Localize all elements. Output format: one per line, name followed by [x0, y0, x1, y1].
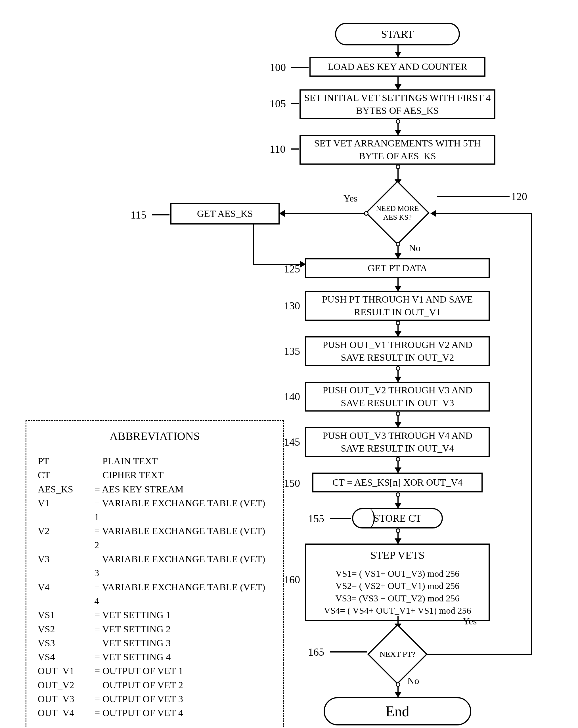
- abbr-value: = OUTPUT OF VET 4: [95, 706, 183, 720]
- step-135-text: PUSH OUT_V1 THROUGH V2 AND SAVE RESULT I…: [310, 339, 485, 364]
- step-125: GET PT DATA: [305, 258, 490, 278]
- ref-135: 135: [284, 345, 300, 357]
- ref-110: 110: [270, 143, 285, 155]
- arrow-140-145: [398, 416, 399, 427]
- ref-115: 115: [131, 209, 147, 221]
- abbr-key: V4: [38, 580, 94, 608]
- end-label: End: [385, 703, 409, 720]
- abbr-key: OUT_V2: [38, 678, 95, 692]
- ref-145: 145: [284, 436, 300, 448]
- step-130: PUSH PT THROUGH V1 AND SAVE RESULT IN OU…: [305, 291, 490, 321]
- abbr-list: PT= PLAIN TEXTCT= CIPHER TEXTAES_KS= AES…: [38, 454, 272, 720]
- step-160-title: STEP VETS: [312, 548, 483, 563]
- abbr-value: = PLAIN TEXT: [95, 454, 158, 468]
- abbr-value: = VET SETTING 2: [95, 622, 171, 636]
- arrow-100-105: [398, 77, 399, 89]
- step-110-text: SET VET ARRANGEMENTS WITH 5TH BYTE OF AE…: [304, 137, 491, 162]
- step-150: CT = AES_KS[n] XOR OUT_V4: [312, 473, 483, 492]
- step-125-text: GET PT DATA: [368, 262, 427, 275]
- abbr-key: V2: [38, 524, 94, 552]
- decision-120: NEED MORE AES KS?: [366, 181, 429, 245]
- abbr-key: V1: [38, 496, 94, 524]
- abbr-value: = VARIABLE EXCHANGE TABLE (VET) 3: [94, 552, 272, 580]
- abbr-value: = VET SETTING 3: [95, 636, 171, 650]
- label-no-120: No: [409, 243, 421, 254]
- step-145: PUSH OUT_V3 THROUGH V4 AND SAVE RESULT I…: [305, 427, 490, 457]
- ref-160: 160: [284, 573, 300, 586]
- abbr-value: = OUTPUT OF VET 2: [95, 678, 183, 692]
- refline-100: [291, 67, 308, 68]
- abbr-key: AES_KS: [38, 482, 95, 496]
- loop-165-h2: [431, 213, 532, 214]
- abbr-value: = OUTPUT OF VET 3: [95, 692, 183, 706]
- step-100: LOAD AES KEY AND COUNTER: [309, 57, 485, 77]
- abbr-row: OUT_V4= OUTPUT OF VET 4: [38, 706, 272, 720]
- arrow-120-125: [398, 246, 399, 258]
- arrow-155-160: [398, 532, 399, 544]
- step-105-text: SET INITIAL VET SETTINGS WITH FIRST 4 BY…: [304, 92, 491, 116]
- step-105: SET INITIAL VET SETTINGS WITH FIRST 4 BY…: [300, 89, 495, 119]
- abbr-value: = VARIABLE EXCHANGE TABLE (VET) 1: [94, 496, 272, 524]
- line-115-down: [253, 225, 254, 264]
- abbr-key: VS3: [38, 636, 95, 650]
- arrow-165-end: [398, 686, 399, 697]
- ref-150: 150: [284, 477, 300, 489]
- abbr-key: VS4: [38, 650, 95, 664]
- abbr-key: VS2: [38, 622, 95, 636]
- end-terminal: End: [324, 697, 471, 725]
- label-yes-165: Yes: [463, 616, 477, 627]
- flowchart-canvas: START LOAD AES KEY AND COUNTER 100 SET I…: [11, 11, 567, 717]
- abbr-value: = VARIABLE EXCHANGE TABLE (VET) 2: [94, 524, 272, 552]
- abbr-row: VS1= VET SETTING 1: [38, 608, 272, 622]
- step-115-text: GET AES_KS: [197, 207, 253, 220]
- abbr-row: OUT_V3= OUTPUT OF VET 3: [38, 692, 272, 706]
- ref-105: 105: [270, 97, 286, 110]
- abbr-row: VS3= VET SETTING 3: [38, 636, 272, 650]
- arrow-105-110: [398, 123, 399, 135]
- step-145-text: PUSH OUT_V3 THROUGH V4 AND SAVE RESULT I…: [310, 430, 485, 454]
- step-100-text: LOAD AES KEY AND COUNTER: [328, 60, 467, 73]
- step-110: SET VET ARRANGEMENTS WITH 5TH BYTE OF AE…: [300, 135, 495, 165]
- step-140: PUSH OUT_V2 THROUGH V3 AND SAVE RESULT I…: [305, 382, 490, 412]
- ref-100: 100: [270, 61, 286, 74]
- step-135: PUSH OUT_V1 THROUGH V2 AND SAVE RESULT I…: [305, 336, 490, 366]
- ref-140: 140: [284, 390, 300, 403]
- refline-110: [291, 149, 299, 150]
- step-150-text: CT = AES_KS[n] XOR OUT_V4: [332, 476, 463, 489]
- abbr-key: PT: [38, 454, 95, 468]
- abbr-key: V3: [38, 552, 94, 580]
- conn-120-no: [396, 242, 400, 246]
- abbr-key: CT: [38, 468, 95, 482]
- abbr-row: V4= VARIABLE EXCHANGE TABLE (VET) 4: [38, 580, 272, 608]
- ref-125: 125: [284, 263, 300, 275]
- abbr-row: PT= PLAIN TEXT: [38, 454, 272, 468]
- abbr-key: OUT_V3: [38, 692, 95, 706]
- abbr-row: V1= VARIABLE EXCHANGE TABLE (VET) 1: [38, 496, 272, 524]
- arrow-145-150: [398, 461, 399, 473]
- loop-165-v: [531, 213, 532, 655]
- ref-165: 165: [308, 646, 324, 658]
- arrow-125-130: [398, 278, 399, 291]
- abbr-value: = VET SETTING 4: [95, 650, 171, 664]
- abbr-row: VS4= VET SETTING 4: [38, 650, 272, 664]
- ref-130: 130: [284, 300, 300, 312]
- abbr-row: CT= CIPHER TEXT: [38, 468, 272, 482]
- refline-155: [330, 518, 351, 519]
- step-140-text: PUSH OUT_V2 THROUGH V3 AND SAVE RESULT I…: [310, 384, 485, 409]
- step-160: STEP VETS VS1= ( VS1+ OUT_V3) mod 256 VS…: [305, 544, 490, 621]
- step-155: STORE CT: [352, 508, 443, 528]
- abbr-row: AES_KS= AES KEY STREAM: [38, 482, 272, 496]
- arrow-150-155: [398, 496, 399, 508]
- arrow-130-135: [398, 325, 399, 336]
- abbr-key: OUT_V1: [38, 664, 95, 678]
- abbr-row: VS2= VET SETTING 2: [38, 622, 272, 636]
- abbr-value: = VARIABLE EXCHANGE TABLE (VET) 4: [94, 580, 272, 608]
- abbr-value: = OUTPUT OF VET 1: [95, 664, 183, 678]
- label-no-165: No: [407, 675, 419, 686]
- abbr-value: = CIPHER TEXT: [95, 468, 164, 482]
- abbr-row: V2= VARIABLE EXCHANGE TABLE (VET) 2: [38, 524, 272, 552]
- abbr-row: V3= VARIABLE EXCHANGE TABLE (VET) 3: [38, 552, 272, 580]
- start-terminal: START: [335, 23, 460, 45]
- abbr-row: OUT_V2= OUTPUT OF VET 2: [38, 678, 272, 692]
- arrow-start-100: [398, 45, 399, 57]
